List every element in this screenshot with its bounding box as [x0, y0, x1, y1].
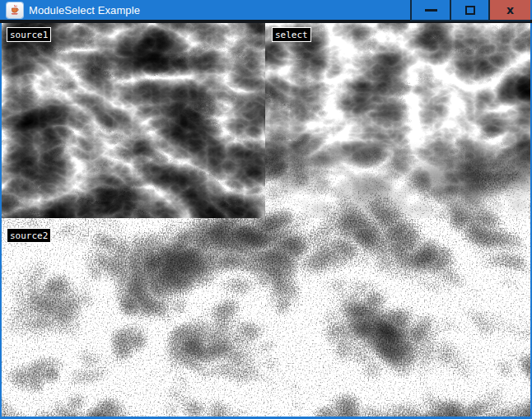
- label-select: select: [272, 27, 311, 42]
- java-coffee-cup-icon: [7, 2, 23, 18]
- close-icon: x: [506, 4, 514, 16]
- window-controls: x: [410, 0, 530, 21]
- minimize-icon: [425, 9, 437, 12]
- source2-noise-image: [2, 218, 530, 417]
- title-bar[interactable]: ModuleSelect Example x: [0, 0, 532, 23]
- close-button[interactable]: x: [488, 0, 530, 21]
- noise-scene: [2, 23, 530, 417]
- java-coffee-cup-glyph: [9, 4, 21, 16]
- app-window: ModuleSelect Example x: [0, 0, 532, 419]
- render-canvas: source1 select source2: [2, 23, 530, 417]
- maximize-button[interactable]: [450, 0, 488, 21]
- source1-noise-image: [2, 23, 265, 218]
- minimize-button[interactable]: [410, 0, 450, 21]
- window-title: ModuleSelect Example: [29, 4, 140, 16]
- label-source1: source1: [7, 27, 51, 42]
- label-source2: source2: [7, 228, 51, 243]
- maximize-icon: [465, 6, 475, 15]
